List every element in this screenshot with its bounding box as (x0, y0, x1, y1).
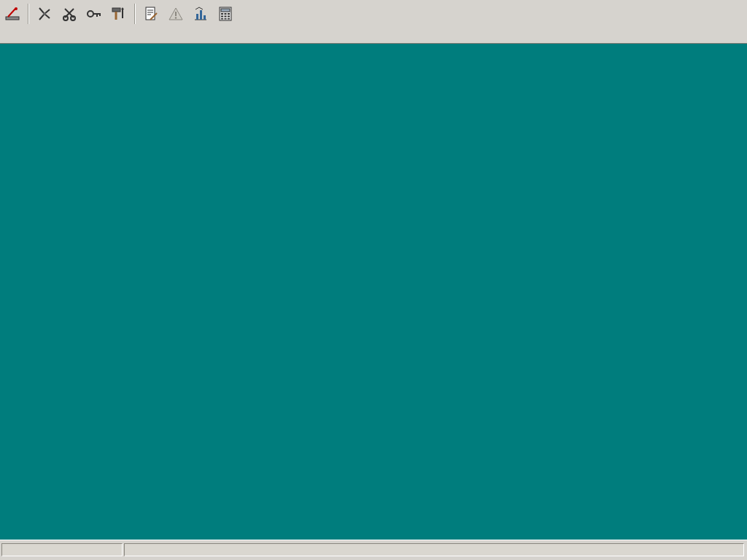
status-panel-left (1, 543, 123, 556)
process-diagram (0, 0, 747, 560)
status-panel-main (124, 543, 744, 556)
status-bar (0, 540, 747, 560)
scada-window (0, 0, 747, 560)
